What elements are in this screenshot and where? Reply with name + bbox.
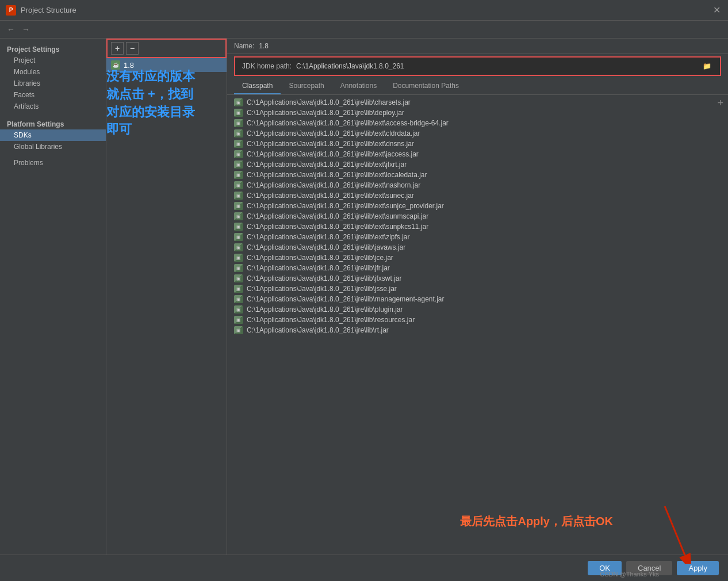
- classpath-item[interactable]: ▣C:\1Applications\Java\jdk1.8.0_261\jre\…: [227, 170, 728, 180]
- jdk-path-row: JDK home path: C:\1Applications\Java\jdk…: [234, 56, 721, 76]
- horizontal-split: + − ☕ 1.8 没有对应的版本 就点击 +，找到 对应的安装目录 即可 Na…: [106, 39, 728, 555]
- classpath-item[interactable]: ▣C:\1Applications\Java\jdk1.8.0_261\jre\…: [227, 159, 728, 170]
- content-panel: Name: 1.8 JDK home path: C:\1Application…: [227, 39, 728, 555]
- app-icon: P: [6, 5, 16, 16]
- classpath-item[interactable]: ▣C:\1Applications\Java\jdk1.8.0_261\jre\…: [227, 263, 728, 273]
- jar-icon: ▣: [234, 140, 243, 148]
- jar-icon: ▣: [234, 150, 243, 158]
- project-structure-dialog: P Project Structure ✕ ← → Project Settin…: [0, 0, 728, 581]
- remove-sdk-button[interactable]: −: [126, 42, 139, 55]
- sidebar-item-facets[interactable]: Facets: [0, 89, 106, 101]
- classpath-item[interactable]: ▣C:\1Applications\Java\jdk1.8.0_261\jre\…: [227, 315, 728, 325]
- add-classpath-button[interactable]: +: [717, 97, 723, 109]
- bottom-annotation: 最后先点击Apply，后点击OK: [460, 514, 613, 529]
- jar-icon: ▣: [234, 119, 243, 127]
- classpath-item[interactable]: ▣C:\1Applications\Java\jdk1.8.0_261\jre\…: [227, 108, 728, 118]
- jar-icon: ▣: [234, 109, 243, 117]
- classpath-item[interactable]: ▣C:\1Applications\Java\jdk1.8.0_261\jre\…: [227, 304, 728, 315]
- sidebar-item-libraries[interactable]: Libraries: [0, 78, 106, 89]
- tab-annotations[interactable]: Annotations: [332, 78, 385, 94]
- sidebar-item-problems[interactable]: Problems: [0, 157, 106, 169]
- sdk-toolbar: + −: [106, 39, 227, 58]
- classpath-area: + ▣C:\1Applications\Java\jdk1.8.0_261\jr…: [227, 95, 728, 555]
- jar-icon: ▣: [234, 223, 243, 231]
- jar-icon: ▣: [234, 295, 243, 303]
- sidebar-item-sdks[interactable]: SDKs: [0, 129, 106, 141]
- name-row: Name: 1.8: [227, 39, 728, 54]
- main-content: Project Settings Project Modules Librari…: [0, 39, 728, 555]
- classpath-item[interactable]: ▣C:\1Applications\Java\jdk1.8.0_261\jre\…: [227, 273, 728, 284]
- jar-icon: ▣: [234, 171, 243, 179]
- jdk-path-label: JDK home path:: [242, 62, 292, 70]
- forward-button[interactable]: →: [20, 23, 32, 36]
- classpath-item[interactable]: ▣C:\1Applications\Java\jdk1.8.0_261\jre\…: [227, 139, 728, 149]
- sidebar-item-project[interactable]: Project: [0, 55, 106, 66]
- classpath-item[interactable]: ▣C:\1Applications\Java\jdk1.8.0_261\jre\…: [227, 118, 728, 128]
- classpath-item[interactable]: ▣C:\1Applications\Java\jdk1.8.0_261\jre\…: [227, 211, 728, 221]
- sidebar-item-global-libraries[interactable]: Global Libraries: [0, 141, 106, 152]
- sidebar: Project Settings Project Modules Librari…: [0, 39, 106, 555]
- back-button[interactable]: ←: [5, 23, 17, 36]
- classpath-item[interactable]: ▣C:\1Applications\Java\jdk1.8.0_261\jre\…: [227, 242, 728, 253]
- bottom-bar: CSDN @Thanks Yks OK Cancel Apply: [0, 555, 728, 581]
- jar-icon: ▣: [234, 129, 243, 137]
- platform-settings-title: Platform Settings: [0, 118, 106, 129]
- classpath-item[interactable]: ▣C:\1Applications\Java\jdk1.8.0_261\jre\…: [227, 253, 728, 263]
- jar-icon: ▣: [234, 212, 243, 220]
- sidebar-item-artifacts[interactable]: Artifacts: [0, 101, 106, 112]
- name-label: Name:: [234, 42, 254, 50]
- jar-icon: ▣: [234, 243, 243, 251]
- watermark: CSDN @Thanks Yks: [600, 571, 659, 578]
- classpath-item[interactable]: ▣C:\1Applications\Java\jdk1.8.0_261\jre\…: [227, 128, 728, 139]
- classpath-item[interactable]: ▣C:\1Applications\Java\jdk1.8.0_261\jre\…: [227, 221, 728, 232]
- tab-documentation-paths[interactable]: Documentation Paths: [385, 78, 467, 94]
- jar-icon: ▣: [234, 285, 243, 293]
- classpath-item[interactable]: ▣C:\1Applications\Java\jdk1.8.0_261\jre\…: [227, 201, 728, 211]
- title-bar: P Project Structure ✕: [0, 0, 728, 21]
- tabs-row: Classpath Sourcepath Annotations Documen…: [227, 78, 728, 95]
- classpath-item[interactable]: ▣C:\1Applications\Java\jdk1.8.0_261\jre\…: [227, 284, 728, 294]
- jar-icon: ▣: [234, 326, 243, 334]
- jar-icon: ▣: [234, 316, 243, 324]
- classpath-item[interactable]: ▣C:\1Applications\Java\jdk1.8.0_261\jre\…: [227, 190, 728, 201]
- name-value: 1.8: [259, 42, 269, 50]
- tab-classpath[interactable]: Classpath: [234, 78, 281, 94]
- classpath-item[interactable]: ▣C:\1Applications\Java\jdk1.8.0_261\jre\…: [227, 180, 728, 190]
- close-button[interactable]: ✕: [711, 5, 722, 16]
- classpath-item[interactable]: ▣C:\1Applications\Java\jdk1.8.0_261\jre\…: [227, 325, 728, 335]
- arrow-annotation: [659, 506, 693, 564]
- classpath-item[interactable]: ▣C:\1Applications\Java\jdk1.8.0_261\jre\…: [227, 232, 728, 242]
- jar-icon: ▣: [234, 192, 243, 200]
- jar-icon: ▣: [234, 202, 243, 210]
- svg-line-1: [665, 506, 685, 555]
- jar-icon: ▣: [234, 181, 243, 189]
- tab-sourcepath[interactable]: Sourcepath: [281, 78, 332, 94]
- sidebar-item-modules[interactable]: Modules: [0, 66, 106, 78]
- jar-icon: ▣: [234, 254, 243, 262]
- jar-icon: ▣: [234, 98, 243, 106]
- jar-icon: ▣: [234, 160, 243, 169]
- classpath-item[interactable]: ▣C:\1Applications\Java\jdk1.8.0_261\jre\…: [227, 97, 728, 108]
- add-sdk-button[interactable]: +: [111, 42, 124, 55]
- jar-icon: ▣: [234, 274, 243, 282]
- nav-bar: ← →: [0, 21, 728, 39]
- project-settings-title: Project Settings: [0, 43, 106, 55]
- classpath-item[interactable]: ▣C:\1Applications\Java\jdk1.8.0_261\jre\…: [227, 149, 728, 159]
- jar-icon: ▣: [234, 264, 243, 272]
- jdk-path-value: C:\1Applications\Java\jdk1.8.0_261: [296, 62, 700, 70]
- jar-icon: ▣: [234, 233, 243, 241]
- dialog-title: Project Structure: [21, 6, 711, 14]
- classpath-item[interactable]: ▣C:\1Applications\Java\jdk1.8.0_261\jre\…: [227, 294, 728, 304]
- jar-icon: ▣: [234, 305, 243, 314]
- annotation-text: 没有对应的版本 就点击 +，找到 对应的安装目录 即可: [106, 68, 233, 139]
- classpath-list: ▣C:\1Applications\Java\jdk1.8.0_261\jre\…: [227, 97, 728, 335]
- browse-folder-button[interactable]: 📁: [700, 60, 713, 72]
